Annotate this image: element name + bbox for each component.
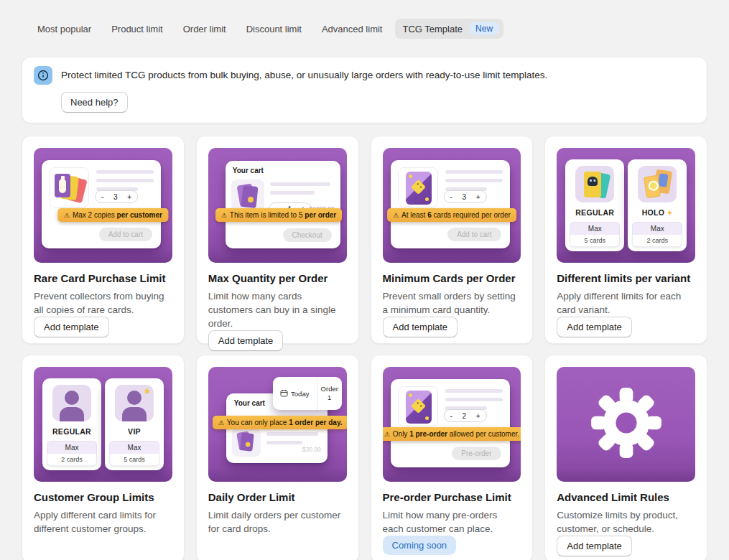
card-title: Minimum Cards per Order: [383, 272, 516, 284]
banner-text: Protect limited TCG products from bulk b…: [61, 66, 547, 80]
illustration-variant-limits: REGULAR Max 5 cards HOLO✦ Max 2 cards: [557, 148, 695, 263]
variant-label: REGULAR: [575, 208, 614, 217]
card-advanced-limit-rules: Advanced Limit Rules Customize limits by…: [544, 355, 707, 560]
variant-limit: 5 cards: [570, 235, 620, 247]
illustration-customer-groups: REGULAR Max 2 cards ★ VIP Max 5 cards: [34, 367, 172, 482]
group-card-vip: ★ VIP Max 5 cards: [105, 378, 164, 470]
tab-tcg-template-label: TCG Template: [402, 24, 463, 34]
add-template-button[interactable]: Add template: [208, 330, 284, 351]
illustration-max-quantity: Your cart - 4 + $1000.00 Checkout ⚠This …: [208, 148, 347, 263]
tab-order-limit[interactable]: Order limit: [183, 24, 226, 34]
add-template-button[interactable]: Add template: [557, 317, 632, 337]
card-description: Apply different card limits for differen…: [34, 508, 172, 536]
variant-limit: 2 cards: [632, 235, 682, 247]
max-label: Max: [109, 441, 159, 454]
add-template-button[interactable]: Add template: [383, 317, 458, 337]
template-grid: - 3 + Add to cart ⚠Max 2 copies per cust…: [22, 136, 707, 560]
warning-icon: ⚠: [221, 212, 227, 219]
cart-title: Your cart: [233, 167, 264, 174]
card-description: Limit daily orders per customer for card…: [208, 508, 347, 536]
illustration-minimum-cards: - 3 + Add to cart ⚠At least 6 cards requ…: [383, 148, 521, 263]
warning-icon: ⚠: [384, 431, 390, 438]
calendar-icon: [280, 389, 288, 398]
card-title: Advanced Limit Rules: [557, 491, 669, 503]
card-description: Prevent collectors from buying all copie…: [34, 289, 172, 317]
warning-icon: ⚠: [218, 419, 224, 426]
limit-warning: ⚠Only 1 pre-order allowed per customer.: [383, 427, 521, 441]
card-max-quantity-per-order: Your cart - 4 + $1000.00 Checkout ⚠This …: [196, 136, 359, 344]
group-card-regular: REGULAR Max 2 cards: [42, 378, 101, 470]
warning-icon: ⚠: [393, 212, 399, 219]
limit-warning: ⚠At least 6 cards required per order: [387, 208, 516, 222]
cart-title: Your cart: [234, 399, 265, 407]
limit-warning: ⚠You can only place 1 order per day.: [213, 416, 347, 429]
regular-avatar-icon: [52, 385, 91, 421]
card-title: Daily Order Limit: [208, 491, 295, 503]
card-title: Max Quantity per Order: [208, 272, 328, 284]
add-template-button[interactable]: Add template: [557, 536, 632, 556]
tab-product-limit[interactable]: Product limit: [111, 24, 163, 34]
max-label: Max: [570, 222, 620, 235]
order-label: Order: [317, 385, 342, 393]
card-title: Different limits per variant: [557, 272, 690, 284]
quantity-stepper: - 3 +: [95, 190, 138, 203]
tab-discount-limit[interactable]: Discount limit: [246, 24, 302, 34]
pre-order-disabled-button: Pre-order: [452, 447, 501, 460]
add-template-button[interactable]: Add template: [34, 317, 109, 337]
vip-avatar-icon: ★: [115, 385, 154, 421]
quantity-stepper: - 3 +: [444, 190, 487, 203]
card-minimum-cards-per-order: - 3 + Add to cart ⚠At least 6 cards requ…: [371, 136, 534, 344]
checkout-disabled-button: Checkout: [283, 228, 332, 242]
tab-most-popular[interactable]: Most popular: [37, 24, 91, 34]
product-thumbnail: [398, 386, 438, 426]
new-badge: New: [469, 22, 499, 35]
card-description: Prevent small orders by setting a minimu…: [383, 289, 521, 317]
variant-card-holo: HOLO✦ Max 2 cards: [628, 159, 687, 251]
daily-order-widget: Today Order 1: [273, 377, 342, 410]
card-description: Limit how many cards customers can buy i…: [208, 289, 347, 330]
order-count: 1: [317, 393, 342, 402]
product-thumbnail: [398, 167, 438, 207]
group-limit: 5 cards: [109, 454, 159, 466]
illustration-pre-order: - 2 + Pre-order ⚠Only 1 pre-order allowe…: [383, 367, 521, 482]
add-to-cart-disabled-button: Add to cart: [99, 228, 152, 241]
holo-card-icon: [638, 166, 677, 202]
add-to-cart-disabled-button: Add to cart: [447, 228, 501, 241]
card-title: Customer Group Limits: [34, 491, 154, 503]
limit-warning: ⚠Max 2 copies per customer: [58, 208, 168, 222]
info-banner: Protect limited TCG products from bulk b…: [22, 57, 707, 123]
card-title: Pre-order Purchase Limit: [383, 491, 511, 503]
limit-warning: ⚠This item is limited to 5 per order: [215, 208, 342, 222]
product-thumbnail: [49, 167, 89, 207]
card-title: Rare Card Purchase Limit: [34, 272, 165, 284]
illustration-rare-card: - 3 + Add to cart ⚠Max 2 copies per cust…: [34, 148, 172, 263]
variant-label: HOLO✦: [642, 208, 673, 217]
stepper-value: 3: [113, 193, 118, 201]
max-label: Max: [47, 441, 97, 454]
group-label: VIP: [128, 427, 141, 436]
variant-card-regular: REGULAR Max 5 cards: [565, 159, 624, 251]
group-label: REGULAR: [52, 427, 91, 436]
tab-tcg-template[interactable]: TCG Template New: [395, 19, 503, 39]
coming-soon-badge: Coming soon: [383, 536, 457, 555]
card-description: Customize limits by product, customer, o…: [557, 508, 695, 536]
sparkle-icon: ✦: [667, 209, 673, 217]
regular-card-icon: [575, 166, 614, 202]
group-limit: 2 cards: [47, 454, 97, 466]
illustration-daily-order: Today Order 1 Your cart $30.00 ⚠Yo: [208, 367, 347, 482]
card-different-limits-per-variant: REGULAR Max 5 cards HOLO✦ Max 2 cards Di…: [544, 136, 707, 344]
today-label: Today: [291, 390, 309, 398]
card-customer-group-limits: REGULAR Max 2 cards ★ VIP Max 5 cards Cu…: [22, 355, 185, 560]
tab-advanced-limit[interactable]: Advanced limit: [322, 24, 383, 34]
stepper-plus: +: [127, 193, 131, 201]
gear-icon: [589, 386, 664, 463]
illustration-advanced-rules: [557, 367, 695, 482]
card-description: Apply different limits for each card var…: [557, 289, 695, 317]
warning-icon: ⚠: [64, 212, 70, 219]
cart-item-thumbnail: [232, 428, 261, 457]
template-category-tabs: Most popular Product limit Order limit D…: [0, 0, 729, 39]
quantity-stepper: - 2 +: [444, 409, 487, 422]
need-help-button[interactable]: Need help?: [61, 92, 128, 113]
vip-star-icon: ★: [143, 386, 152, 396]
card-description: Limit how many pre-orders each customer …: [383, 508, 521, 536]
